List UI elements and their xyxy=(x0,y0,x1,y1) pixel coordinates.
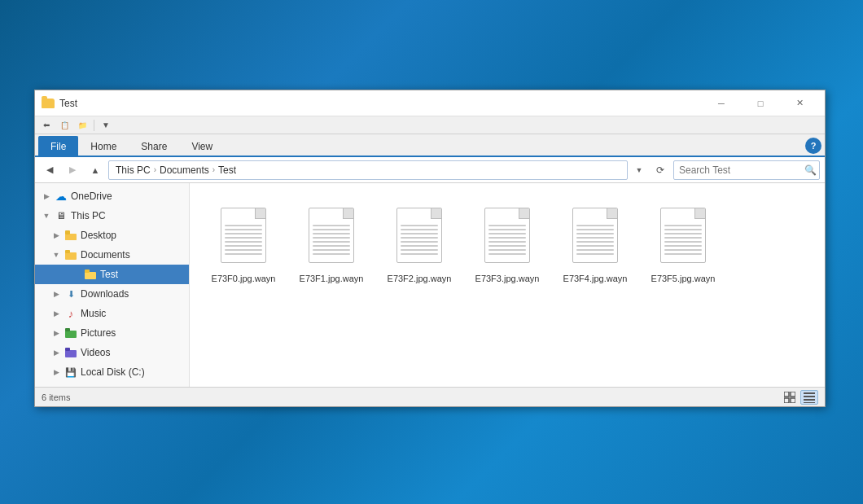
sidebar-item-downloads[interactable]: ▶ ⬇ Downloads xyxy=(35,284,189,304)
document-icon xyxy=(309,208,354,263)
tab-view[interactable]: View xyxy=(179,136,225,156)
file-icon-wrapper xyxy=(479,203,536,268)
tab-file[interactable]: File xyxy=(38,136,78,156)
toggle-downloads[interactable]: ▶ xyxy=(51,289,61,299)
grid-view-button[interactable] xyxy=(781,390,799,405)
sidebar-label-pictures: Pictures xyxy=(81,327,116,339)
svg-rect-6 xyxy=(85,270,90,273)
status-bar: 6 items xyxy=(35,387,825,406)
svg-rect-18 xyxy=(804,402,815,403)
qt-dropdown-button[interactable]: ▼ xyxy=(98,118,114,133)
toggle-this-pc[interactable]: ▼ xyxy=(42,211,51,221)
sidebar-label-documents: Documents xyxy=(81,249,130,261)
up-button[interactable]: ▲ xyxy=(85,160,105,180)
svg-rect-1 xyxy=(65,230,70,234)
close-button[interactable]: ✕ xyxy=(781,90,818,116)
sidebar-label-desktop: Desktop xyxy=(81,230,116,241)
help-button[interactable]: ? xyxy=(805,138,821,154)
file-label: E73F1.jpg.wayn xyxy=(300,273,364,284)
item-count: 6 items xyxy=(42,392,70,402)
file-icon-wrapper xyxy=(303,203,360,268)
quick-access-toolbar: ⬅ 📋 📁 ▼ xyxy=(35,116,825,134)
sidebar: ▶ ☁ OneDrive ▼ 🖥 This PC ▶ Desktop ▼ xyxy=(35,183,190,387)
file-item[interactable]: E73F2.jpg.wayn xyxy=(379,196,460,291)
address-dropdown-button[interactable]: ▼ xyxy=(631,160,647,180)
list-view-button[interactable] xyxy=(800,390,818,405)
toggle-music[interactable]: ▶ xyxy=(51,309,61,318)
sidebar-label-videos: Videos xyxy=(81,347,110,358)
qt-separator xyxy=(94,120,94,131)
document-icon xyxy=(660,208,706,263)
address-test: Test xyxy=(218,164,236,176)
file-icon-wrapper xyxy=(215,203,272,268)
search-input[interactable] xyxy=(679,164,801,176)
documents-icon xyxy=(64,248,77,261)
back-button[interactable]: ◀ xyxy=(40,160,59,180)
document-icon xyxy=(572,208,618,263)
minimize-button[interactable]: ─ xyxy=(703,90,740,116)
qt-new-folder-button[interactable]: 📁 xyxy=(74,118,90,133)
main-area: ▶ ☁ OneDrive ▼ 🖥 This PC ▶ Desktop ▼ xyxy=(35,183,825,387)
svg-rect-7 xyxy=(65,331,77,338)
sidebar-item-documents[interactable]: ▼ Documents xyxy=(35,245,189,265)
address-bar[interactable]: This PC › Documents › Test xyxy=(108,160,628,180)
this-pc-icon: 🖥 xyxy=(55,209,68,222)
file-item[interactable]: E73F1.jpg.wayn xyxy=(291,196,372,291)
file-label: E73F0.jpg.wayn xyxy=(212,273,276,284)
svg-rect-13 xyxy=(784,398,789,403)
file-item[interactable]: E73F4.jpg.wayn xyxy=(554,196,636,291)
qt-properties-button[interactable]: 📋 xyxy=(56,118,72,133)
svg-rect-17 xyxy=(804,399,815,401)
file-area: E73F0.jpg.wayn E73F1.jpg.wayn xyxy=(190,183,825,387)
desktop-icon xyxy=(64,229,77,242)
svg-rect-2 xyxy=(65,234,77,240)
qt-back-button[interactable]: ⬅ xyxy=(38,118,55,133)
file-label: E73F3.jpg.wayn xyxy=(475,273,540,284)
forward-button[interactable]: ▶ xyxy=(63,160,82,180)
onedrive-icon: ☁ xyxy=(55,190,68,203)
file-item[interactable]: E73F3.jpg.wayn xyxy=(467,196,548,291)
sidebar-item-onedrive[interactable]: ▶ ☁ OneDrive xyxy=(35,186,189,206)
sidebar-item-pictures[interactable]: ▶ Pictures xyxy=(35,323,189,343)
sidebar-label-this-pc: This PC xyxy=(71,210,106,221)
file-item[interactable]: E73F5.jpg.wayn xyxy=(642,196,724,291)
downloads-icon: ⬇ xyxy=(64,287,77,300)
file-label: E73F2.jpg.wayn xyxy=(388,273,452,284)
tab-home[interactable]: Home xyxy=(78,136,129,156)
address-documents: Documents xyxy=(160,164,209,176)
sidebar-item-videos[interactable]: ▶ Videos xyxy=(35,343,189,362)
window-title: Test xyxy=(59,98,703,109)
title-bar: Test ─ □ ✕ xyxy=(35,90,825,116)
sidebar-item-this-pc[interactable]: ▼ 🖥 This PC xyxy=(35,206,189,226)
test-folder-icon xyxy=(84,268,97,281)
file-explorer-window: Test ─ □ ✕ ⬅ 📋 📁 ▼ File Home Share View … xyxy=(34,90,826,407)
refresh-button[interactable]: ⟳ xyxy=(651,160,670,180)
maximize-button[interactable]: □ xyxy=(742,90,779,116)
sidebar-item-desktop[interactable]: ▶ Desktop xyxy=(35,226,189,245)
toggle-local-disk[interactable]: ▶ xyxy=(51,367,61,377)
toggle-pictures[interactable]: ▶ xyxy=(51,328,61,338)
videos-icon xyxy=(64,346,77,359)
sidebar-label-local-disk: Local Disk (C:) xyxy=(81,366,145,378)
sidebar-item-music[interactable]: ▶ ♪ Music xyxy=(35,304,189,323)
sidebar-label-music: Music xyxy=(81,308,106,319)
toggle-desktop[interactable]: ▶ xyxy=(51,230,61,240)
toggle-documents[interactable]: ▼ xyxy=(51,250,61,260)
search-icon-button[interactable]: 🔍 xyxy=(804,164,817,177)
tab-share[interactable]: Share xyxy=(129,136,179,156)
file-icon-wrapper xyxy=(567,203,624,268)
file-label: E73F4.jpg.wayn xyxy=(563,273,628,284)
svg-rect-3 xyxy=(65,252,77,260)
file-item[interactable]: E73F0.jpg.wayn xyxy=(203,196,284,291)
svg-rect-16 xyxy=(804,396,815,397)
toggle-onedrive[interactable]: ▶ xyxy=(42,191,51,201)
view-buttons xyxy=(781,390,818,405)
svg-rect-4 xyxy=(65,250,70,253)
document-icon xyxy=(396,208,442,263)
toggle-videos[interactable]: ▶ xyxy=(51,348,61,357)
sidebar-item-test[interactable]: Test xyxy=(35,265,189,284)
sidebar-label-test: Test xyxy=(100,269,118,280)
file-icon-wrapper xyxy=(391,203,448,268)
sidebar-item-local-disk[interactable]: ▶ 💾 Local Disk (C:) xyxy=(35,362,189,382)
local-disk-icon: 💾 xyxy=(64,366,77,379)
